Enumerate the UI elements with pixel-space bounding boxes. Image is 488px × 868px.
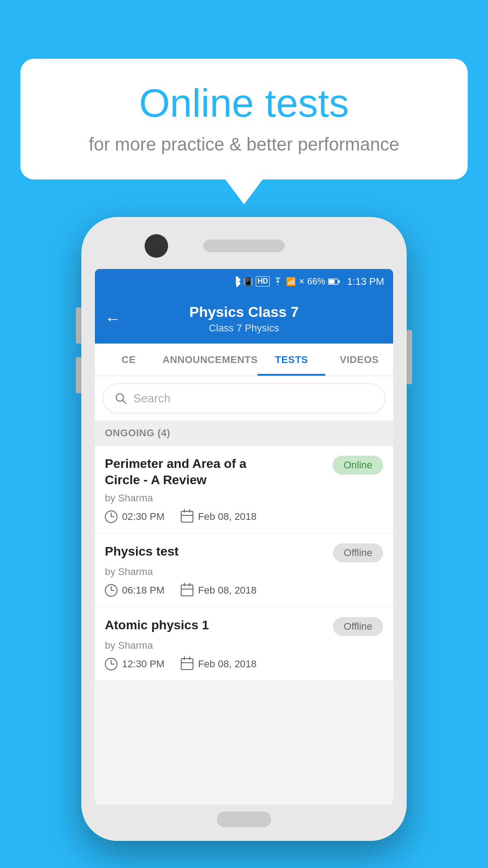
date-label: Feb 08, 2018 xyxy=(198,511,257,523)
time-label: 02:30 PM xyxy=(122,511,164,523)
clock-icon xyxy=(105,658,117,670)
svg-rect-2 xyxy=(329,279,335,283)
time-label: 06:18 PM xyxy=(122,585,164,596)
tab-ce[interactable]: CE xyxy=(95,344,163,376)
phone-home-button[interactable] xyxy=(217,811,271,827)
test-item-header: Perimeter and Area of a Circle - A Revie… xyxy=(105,456,383,489)
section-header-label: ONGOING (4) xyxy=(105,427,170,439)
test-status-badge: Offline xyxy=(333,543,383,562)
test-item-header: Atomic physics 1 Offline xyxy=(105,617,383,636)
test-author: by Sharma xyxy=(105,566,383,578)
test-title: Perimeter and Area of a Circle - A Revie… xyxy=(105,456,272,489)
power-button xyxy=(407,330,412,384)
test-time: 12:30 PM xyxy=(105,658,164,670)
test-item[interactable]: Perimeter and Area of a Circle - A Revie… xyxy=(95,446,393,533)
test-meta: 02:30 PM Feb 08, 2018 xyxy=(105,510,383,523)
app-bar-subtitle: Class 7 Physics xyxy=(209,322,279,334)
clock-icon xyxy=(105,584,117,597)
test-author: by Sharma xyxy=(105,640,383,651)
signal-icon: 📶 xyxy=(286,277,296,287)
wifi-icon xyxy=(272,277,283,286)
test-meta: 06:18 PM Feb 08, 2018 xyxy=(105,584,383,597)
test-date: Feb 08, 2018 xyxy=(181,658,257,670)
test-meta: 12:30 PM Feb 08, 2018 xyxy=(105,658,383,670)
test-time: 02:30 PM xyxy=(105,510,164,523)
section-header: ONGOING (4) xyxy=(95,420,393,446)
status-bar: 📳 HD 📶 ✕ 66% xyxy=(95,269,393,294)
volume-down-button xyxy=(76,357,81,393)
speech-bubble-subtitle: for more practice & better performance xyxy=(47,134,441,155)
clock-icon xyxy=(105,510,117,523)
test-item-header: Physics test Offline xyxy=(105,543,383,562)
battery-icon xyxy=(328,278,340,285)
no-signal-icon: ✕ xyxy=(299,277,305,286)
search-input[interactable]: Search xyxy=(103,383,385,413)
vibrate-icon: 📳 xyxy=(243,277,253,287)
hd-badge: HD xyxy=(256,276,270,287)
date-label: Feb 08, 2018 xyxy=(198,585,257,596)
search-container: Search xyxy=(95,376,393,420)
status-icons: 📳 HD 📶 ✕ 66% xyxy=(232,276,340,287)
phone-screen: 📳 HD 📶 ✕ 66% xyxy=(95,269,393,805)
speech-bubble: Online tests for more practice & better … xyxy=(20,59,468,179)
test-status-badge: Offline xyxy=(333,617,383,636)
test-time: 06:18 PM xyxy=(105,584,164,597)
test-item[interactable]: Atomic physics 1 Offline by Sharma 12:30… xyxy=(95,607,393,681)
speech-bubble-title: Online tests xyxy=(47,81,441,125)
battery-label: 66% xyxy=(307,276,325,287)
tab-tests[interactable]: TESTS xyxy=(258,344,325,376)
tab-announcements[interactable]: ANNOUNCEMENTS xyxy=(163,344,258,376)
test-date: Feb 08, 2018 xyxy=(181,511,257,523)
search-placeholder: Search xyxy=(133,392,170,406)
test-title: Atomic physics 1 xyxy=(105,617,272,633)
test-status-badge: Online xyxy=(333,456,383,475)
phone-speaker xyxy=(203,240,285,252)
test-date: Feb 08, 2018 xyxy=(181,585,257,596)
calendar-icon xyxy=(181,511,193,523)
calendar-icon xyxy=(181,658,193,670)
bluetooth-icon xyxy=(232,276,240,287)
app-bar: ← Physics Class 7 Class 7 Physics xyxy=(95,294,393,344)
test-author: by Sharma xyxy=(105,492,383,504)
svg-rect-1 xyxy=(338,280,340,283)
phone-mockup: 📳 HD 📶 ✕ 66% xyxy=(81,217,407,841)
date-label: Feb 08, 2018 xyxy=(198,658,257,670)
tabs-bar: CE ANNOUNCEMENTS TESTS VIDEOS xyxy=(95,344,393,376)
tab-videos[interactable]: VIDEOS xyxy=(325,344,393,376)
back-button[interactable]: ← xyxy=(105,309,121,328)
time-label: 12:30 PM xyxy=(122,658,164,670)
calendar-icon xyxy=(181,585,193,596)
volume-up-button xyxy=(76,307,81,344)
test-title: Physics test xyxy=(105,543,272,560)
test-item[interactable]: Physics test Offline by Sharma 06:18 PM … xyxy=(95,533,393,607)
phone-camera xyxy=(145,234,168,258)
app-bar-title: Physics Class 7 xyxy=(189,304,299,321)
status-time: 1:13 PM xyxy=(347,276,384,288)
svg-line-4 xyxy=(123,401,126,404)
search-icon xyxy=(114,392,127,405)
